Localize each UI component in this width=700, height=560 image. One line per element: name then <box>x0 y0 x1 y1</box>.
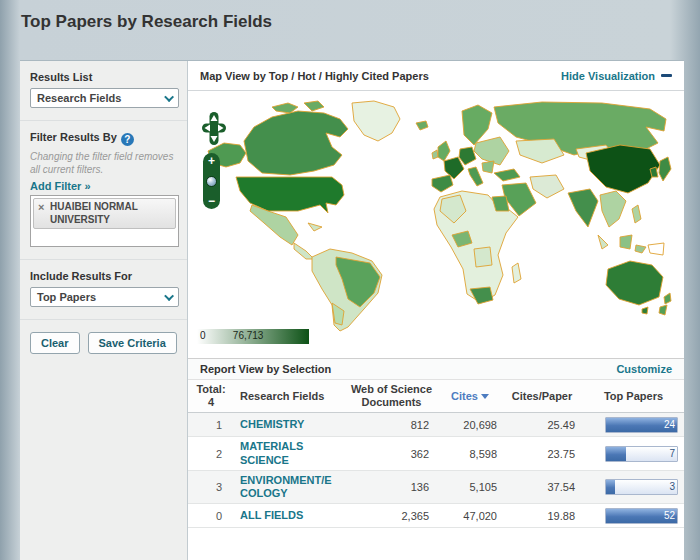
customize-link[interactable]: Customize <box>616 363 672 375</box>
filter-note: Changing the filter field removes all cu… <box>30 151 179 176</box>
table-row: 2 MATERIALS SCIENCE 362 8,598 23.75 7 <box>188 437 684 470</box>
legend-min: 0 <box>200 330 206 341</box>
map-region-central-america[interactable] <box>294 243 314 259</box>
map-region-australia[interactable] <box>606 261 663 305</box>
map-region-iceland[interactable] <box>416 121 428 130</box>
map-region-balkans[interactable] <box>482 161 494 173</box>
map-region-east-europe[interactable] <box>474 137 509 165</box>
include-results-value: Top Papers <box>37 291 96 303</box>
column-header-research-fields[interactable]: Research Fields <box>234 387 344 406</box>
include-results-label: Include Results For <box>30 270 179 282</box>
top-papers-bar: 24 <box>605 417 678 433</box>
page-title: Top Papers by Research Fields <box>21 12 272 32</box>
map-region-se-asia[interactable] <box>600 191 626 227</box>
report-header: Report View by Selection Customize <box>188 358 684 380</box>
hide-visualization[interactable]: Hide Visualization <box>561 70 672 82</box>
documents-cell: 136 <box>344 481 439 493</box>
chevron-down-icon <box>164 92 174 102</box>
globe-icon[interactable] <box>206 176 217 187</box>
cites-per-paper-cell: 25.49 <box>501 419 583 431</box>
map-region-congo[interactable] <box>474 247 492 267</box>
map-region-germany[interactable] <box>459 147 476 165</box>
map-region-japan[interactable] <box>659 157 671 181</box>
results-list-select[interactable]: Research Fields <box>30 88 179 108</box>
map-region-south-africa[interactable] <box>470 287 493 304</box>
documents-cell: 2,365 <box>344 510 439 522</box>
map-region-spain[interactable] <box>432 175 453 192</box>
field-link[interactable]: CHEMISTRY <box>240 418 304 431</box>
hide-visualization-link[interactable]: Hide Visualization <box>561 70 655 82</box>
map-region-sumatra[interactable] <box>598 235 608 249</box>
map-region-madagascar[interactable] <box>512 263 521 283</box>
cites-per-paper-cell: 23.75 <box>501 448 583 460</box>
map-region-canada[interactable] <box>244 111 348 175</box>
column-header-top-papers[interactable]: Top Papers <box>583 387 684 406</box>
cites-cell: 5,105 <box>439 481 501 493</box>
cites-cell: 20,698 <box>439 419 501 431</box>
map-region-caribbean[interactable] <box>308 223 322 231</box>
clear-button[interactable]: Clear <box>30 332 80 354</box>
map-region-new-zealand[interactable] <box>659 305 667 315</box>
map-pan-control[interactable] <box>201 111 227 147</box>
zoom-out-button[interactable]: − <box>208 196 215 206</box>
top-papers-bar: 7 <box>605 446 678 462</box>
map-region-uk[interactable] <box>438 141 450 161</box>
map-region-turkey[interactable] <box>494 169 520 181</box>
top-papers-value: 52 <box>664 510 675 521</box>
sidebar: Results List Research Fields Filter Resu… <box>20 61 188 560</box>
map-panel-header: Map View by Top / Hot / Highly Cited Pap… <box>188 61 684 91</box>
filter-by-label: Filter Results By? <box>30 131 179 146</box>
top-papers-bar: 3 <box>605 479 678 495</box>
column-header-cites[interactable]: Cites <box>439 387 501 406</box>
top-papers-bar: 52 <box>605 508 678 524</box>
map-region-philippines[interactable] <box>632 205 641 223</box>
documents-cell: 812 <box>344 419 439 431</box>
map-region-ireland[interactable] <box>432 150 438 159</box>
rank-cell: 3 <box>188 481 234 493</box>
map-legend: 0 76,713 <box>197 329 309 344</box>
map-region-canada-islands[interactable] <box>304 101 324 111</box>
filter-tag[interactable]: × HUAIBEI NORMAL UNIVERSITY <box>33 198 176 229</box>
map-region-tasmania[interactable] <box>642 307 648 314</box>
rank-cell: 0 <box>188 510 234 522</box>
map-region-greenland[interactable] <box>352 101 400 141</box>
top-papers-cell: 7 <box>583 446 684 462</box>
map-region-indonesia[interactable] <box>635 245 646 253</box>
map-region-italy[interactable] <box>468 167 483 186</box>
remove-tag-icon[interactable]: × <box>38 201 44 215</box>
column-header-documents[interactable]: Web of Science Documents <box>344 380 439 412</box>
main-panel: Map View by Top / Hot / Highly Cited Pap… <box>188 61 684 560</box>
field-link[interactable]: ENVIRONMENT/ECOLOGY <box>240 474 338 500</box>
top-papers-value: 7 <box>669 448 675 459</box>
chevron-down-icon <box>164 291 174 301</box>
add-filter-link[interactable]: Add Filter » <box>30 180 91 192</box>
zoom-in-button[interactable]: + <box>208 156 215 166</box>
include-results-select[interactable]: Top Papers <box>30 287 179 307</box>
top-papers-cell: 24 <box>583 417 684 433</box>
map-region-iran[interactable] <box>530 175 564 198</box>
content-area: Results List Research Fields Filter Resu… <box>20 60 684 560</box>
sort-desc-icon <box>481 394 489 399</box>
cites-per-paper-cell: 37.54 <box>501 481 583 493</box>
table-row: 0 ALL FIELDS 2,365 47,020 19.88 52 <box>188 504 684 528</box>
include-results-section: Include Results For Top Papers <box>20 260 187 320</box>
results-list-value: Research Fields <box>37 92 121 104</box>
map-zoom-control[interactable]: + − <box>203 153 220 209</box>
save-criteria-button[interactable]: Save Criteria <box>88 332 177 354</box>
map-region-new-guinea[interactable] <box>648 243 664 255</box>
filter-list-box[interactable]: × HUAIBEI NORMAL UNIVERSITY <box>30 195 179 247</box>
field-link[interactable]: MATERIALS SCIENCE <box>240 440 338 466</box>
map-region-india[interactable] <box>568 189 598 227</box>
results-list-label: Results List <box>30 71 179 83</box>
map-region-new-zealand[interactable] <box>664 293 671 304</box>
help-icon[interactable]: ? <box>121 133 134 146</box>
field-link[interactable]: ALL FIELDS <box>240 509 303 522</box>
map-region-borneo[interactable] <box>620 235 632 249</box>
cites-per-paper-cell: 19.88 <box>501 510 583 522</box>
map-region-china[interactable] <box>586 145 660 193</box>
sidebar-buttons: Clear Save Criteria <box>20 320 187 366</box>
table-row: 3 ENVIRONMENT/ECOLOGY 136 5,105 37.54 3 <box>188 471 684 504</box>
cites-cell: 47,020 <box>439 510 501 522</box>
column-header-cites-per-paper[interactable]: Cites/Paper <box>501 387 583 406</box>
map-region-scandinavia[interactable] <box>462 105 492 145</box>
